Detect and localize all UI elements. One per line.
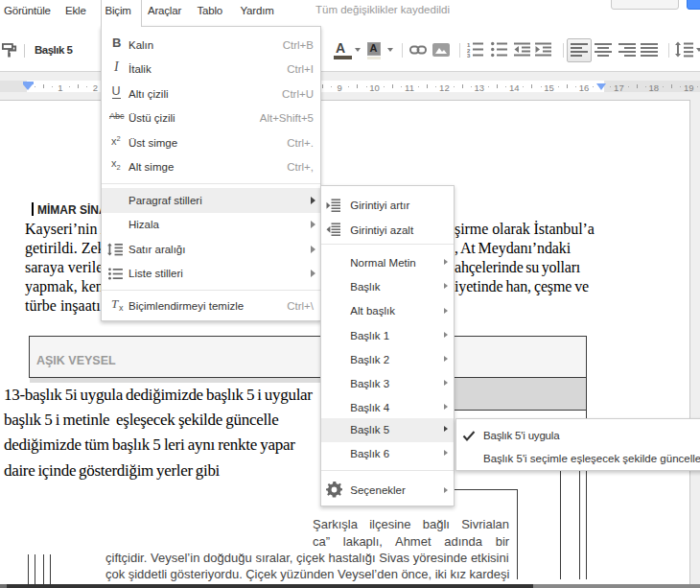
svg-text:3: 3 xyxy=(467,53,471,58)
